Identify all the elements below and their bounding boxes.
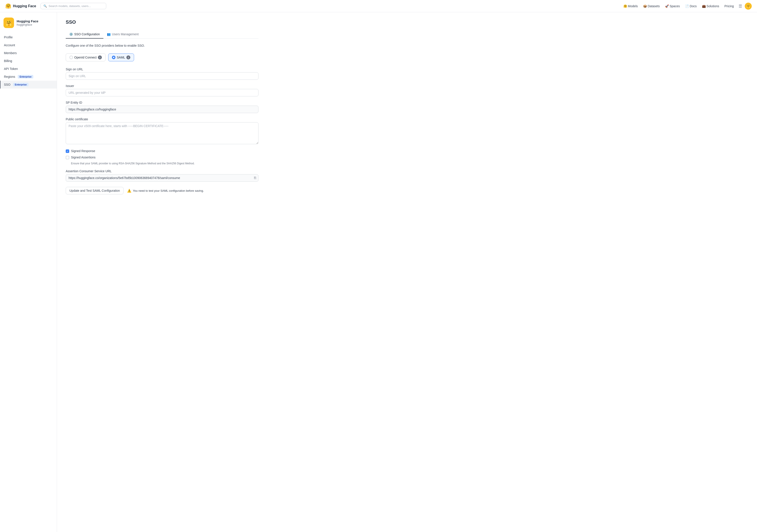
search-icon: 🔍 — [44, 4, 47, 8]
sidebar-item-sso[interactable]: SSO Enterprise — [0, 80, 57, 88]
warning-message: ⚠️ You need to test your SAML configurat… — [127, 189, 204, 193]
copy-url-button[interactable]: ⎘ — [254, 176, 256, 180]
sp-entity-id-input — [66, 106, 258, 113]
issuer-label: Issuer — [66, 84, 258, 88]
main-content: SSO ⚙️ SSO Configuration 👥 Users Managem… — [57, 12, 267, 532]
search-bar[interactable]: 🔍 Search models, datasets, users... — [41, 3, 106, 9]
nav-spaces[interactable]: 🚀 Spaces — [663, 3, 682, 9]
nav-solutions[interactable]: 💼 Solutions — [700, 3, 721, 9]
tab-users-mgmt-label: Users Management — [112, 32, 139, 36]
provider-radio-group: OpenId Connect ℹ SAML ℹ — [66, 53, 258, 61]
users-mgmt-icon: 👥 — [107, 32, 110, 36]
regions-enterprise-badge: Enterprise — [18, 75, 33, 78]
brand-name: Hugging Face — [13, 4, 36, 8]
issuer-group: Issuer — [66, 84, 258, 96]
warning-icon: ⚠️ — [127, 189, 132, 193]
assertion-consumer-group: Assertion Consumer Service URL ⎘ — [66, 170, 258, 182]
issuer-input[interactable] — [66, 89, 258, 96]
header-actions: ☰ 🤗 — [738, 3, 752, 10]
assertion-consumer-label: Assertion Consumer Service URL — [66, 170, 258, 173]
action-row: Update and Test SAML Configuration ⚠️ Yo… — [66, 187, 258, 194]
tab-sso-config-label: SSO Configuration — [74, 32, 100, 36]
signed-assertions-group[interactable]: Signed Assertions — [66, 156, 258, 159]
public-cert-textarea[interactable] — [66, 122, 258, 144]
saml-radio-circle — [112, 56, 115, 59]
sidebar-nav: Profile Account Members Billing API Toke… — [0, 33, 57, 88]
signed-assertions-label: Signed Assertions — [71, 156, 96, 159]
sign-on-url-label: Sign on URL — [66, 68, 258, 71]
provider-openid[interactable]: OpenId Connect ℹ — [66, 53, 106, 61]
layout: 🤗 Hugging Face huggingface Profile Accou… — [0, 12, 757, 532]
sp-entity-id-label: SP Entity ID — [66, 101, 258, 104]
org-profile: 🤗 Hugging Face huggingface — [0, 17, 57, 33]
assertion-consumer-input-wrapper: ⎘ — [66, 174, 258, 182]
menu-button[interactable]: ☰ — [738, 3, 743, 10]
nav-datasets[interactable]: 📦 Datasets — [641, 3, 662, 9]
sidebar: 🤗 Hugging Face huggingface Profile Accou… — [0, 12, 57, 532]
provider-saml[interactable]: SAML ℹ — [108, 53, 134, 61]
signed-assertions-checkbox[interactable] — [66, 156, 69, 159]
page-title: SSO — [66, 19, 258, 25]
sidebar-link-profile[interactable]: Profile — [0, 33, 57, 41]
warning-text: You need to test your SAML configuration… — [133, 189, 204, 192]
signed-response-checkbox[interactable] — [66, 149, 69, 153]
saml-info-badge: ℹ — [126, 55, 130, 59]
sidebar-link-billing[interactable]: Billing — [0, 57, 57, 65]
sidebar-link-members[interactable]: Members — [0, 49, 57, 57]
header: 🤗 Hugging Face 🔍 Search models, datasets… — [0, 0, 757, 12]
datasets-icon: 📦 — [643, 4, 647, 8]
openid-info-badge: ℹ — [98, 55, 102, 59]
models-icon: 🤗 — [623, 4, 627, 8]
sign-on-url-group: Sign on URL — [66, 68, 258, 80]
public-cert-label: Public certificate — [66, 117, 258, 121]
org-handle: huggingface — [16, 23, 38, 26]
saml-hint: Ensure that your SAML provider is using … — [71, 162, 258, 165]
avatar[interactable]: 🤗 — [745, 3, 752, 10]
sidebar-item-profile[interactable]: Profile — [0, 33, 57, 41]
sidebar-link-regions[interactable]: Regions Enterprise — [0, 73, 57, 80]
tab-sso-configuration[interactable]: ⚙️ SSO Configuration — [66, 30, 104, 39]
nav-pricing[interactable]: Pricing — [722, 3, 736, 9]
main-nav: 🤗 Models 📦 Datasets 🚀 Spaces 📄 Docs 💼 So… — [621, 3, 736, 9]
assertion-consumer-input — [66, 174, 258, 182]
update-saml-button[interactable]: Update and Test SAML Configuration — [66, 187, 124, 194]
sign-on-url-input[interactable] — [66, 72, 258, 80]
brand-logo[interactable]: 🤗 Hugging Face — [5, 3, 36, 9]
brand-emoji: 🤗 — [5, 3, 11, 9]
search-placeholder: Search models, datasets, users... — [48, 4, 91, 8]
sidebar-item-members[interactable]: Members — [0, 49, 57, 57]
sidebar-item-billing[interactable]: Billing — [0, 57, 57, 65]
sso-enterprise-badge: Enterprise — [13, 83, 28, 86]
sidebar-link-api-token[interactable]: API Token — [0, 65, 57, 73]
nav-docs[interactable]: 📄 Docs — [683, 3, 699, 9]
sso-config-icon: ⚙️ — [69, 32, 73, 36]
org-info: Hugging Face huggingface — [16, 19, 38, 26]
sidebar-item-api-token[interactable]: API Token — [0, 65, 57, 73]
openid-radio-circle — [70, 56, 73, 59]
tab-users-management[interactable]: 👥 Users Management — [104, 30, 142, 39]
sp-entity-id-group: SP Entity ID — [66, 101, 258, 113]
signed-response-label: Signed Response — [71, 149, 95, 153]
org-name: Hugging Face — [16, 19, 38, 23]
sidebar-link-account[interactable]: Account — [0, 41, 57, 49]
org-avatar: 🤗 — [4, 17, 14, 28]
sidebar-item-regions[interactable]: Regions Enterprise — [0, 73, 57, 80]
sidebar-link-sso[interactable]: SSO Enterprise — [0, 80, 57, 88]
solutions-icon: 💼 — [702, 4, 706, 8]
signed-response-group[interactable]: Signed Response — [66, 149, 258, 153]
sidebar-item-account[interactable]: Account — [0, 41, 57, 49]
saml-label: SAML — [117, 56, 125, 59]
nav-models[interactable]: 🤗 Models — [621, 3, 640, 9]
spaces-icon: 🚀 — [665, 4, 669, 8]
public-cert-group: Public certificate — [66, 117, 258, 145]
tabs: ⚙️ SSO Configuration 👥 Users Management — [66, 30, 258, 39]
section-description: Configure one of the SSO providers below… — [66, 44, 258, 47]
docs-icon: 📄 — [685, 4, 689, 8]
openid-label: OpenId Connect — [74, 56, 97, 59]
